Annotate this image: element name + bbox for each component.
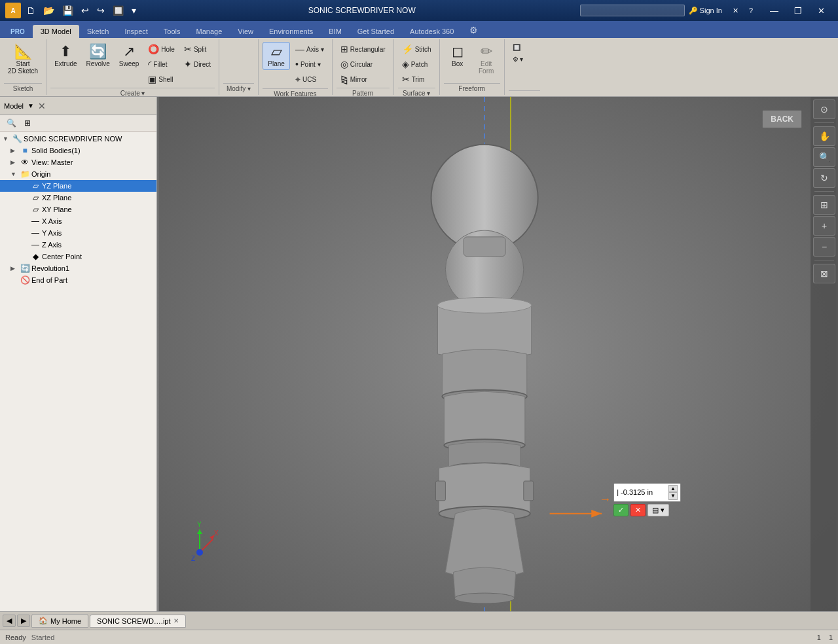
tab-sonic[interactable]: SONIC SCREWD….ipt ✕: [90, 615, 185, 628]
tab-get-started[interactable]: Get Started: [350, 25, 402, 38]
edit-form-btn[interactable]: ✏ Edit Form: [473, 42, 500, 77]
work-features-small: — Axis ▾ • Point ▾ ⌖ UCS: [291, 42, 328, 87]
tab-extra[interactable]: ⚙: [462, 22, 486, 38]
new-btn[interactable]: 🗋: [24, 4, 38, 17]
expand-btn[interactable]: ⊠: [813, 264, 835, 283]
tree-item-y-axis[interactable]: ▶ — Y Axis: [0, 227, 156, 239]
mirror-btn[interactable]: ⧎ Mirror: [337, 72, 390, 86]
trim-btn[interactable]: ✂ Trim: [398, 72, 435, 86]
expand-view[interactable]: ▶: [10, 159, 18, 166]
help-btn[interactable]: ?: [745, 5, 757, 16]
close-search-btn[interactable]: ✕: [729, 5, 742, 16]
hole-btn[interactable]: ⭕ Hole: [144, 42, 179, 56]
tree-item-x-axis[interactable]: ▶ — X Axis: [0, 215, 156, 227]
mirror-icon: ⧎: [340, 74, 348, 84]
sign-in-btn[interactable]: 🔑 Sign In: [685, 5, 726, 16]
tab-bim[interactable]: BIM: [321, 25, 350, 38]
dropdown-btn[interactable]: ▾: [129, 4, 139, 17]
tree-item-solid-bodies[interactable]: ▶ ■ Solid Bodies(1): [0, 145, 156, 156]
tab-environments[interactable]: Environments: [261, 25, 321, 38]
pattern-content: ⊞ Rectangular ◎ Circular ⧎ Mirror: [337, 41, 390, 88]
expand-solid[interactable]: ▶: [10, 147, 18, 154]
zoom-out-btn[interactable]: −: [813, 237, 835, 257]
ok-btn[interactable]: ✓: [613, 504, 628, 516]
circular-btn[interactable]: ◎ Circular: [337, 57, 390, 71]
fit-btn[interactable]: ⊞: [813, 195, 835, 215]
stitch-btn[interactable]: ⚡ Stitch: [398, 42, 435, 56]
split-btn[interactable]: ✂ Split: [180, 42, 215, 56]
tree-item-origin[interactable]: ▼ 📁 Origin: [0, 168, 156, 180]
options-btn[interactable]: ▤ ▾: [647, 504, 669, 516]
fillet-btn[interactable]: ◜ Fillet: [144, 57, 179, 71]
model-panel-close-btn[interactable]: ✕: [38, 101, 46, 111]
scroll-tabs-left-btn[interactable]: ◀: [3, 615, 16, 627]
look-at-btn[interactable]: ⊙: [813, 99, 835, 119]
sketch-group-content: 📐 Start 2D Sketch: [4, 41, 42, 83]
tree-item-xz-plane[interactable]: ▶ ▱ XZ Plane: [0, 192, 156, 204]
tree-item-center-point[interactable]: ▶ ◆ Center Point: [0, 251, 156, 262]
shell-btn[interactable]: ▣ Shell: [144, 72, 179, 86]
tab-manage[interactable]: Manage: [189, 25, 230, 38]
root-label: SONIC SCREWDRIVER NOW: [24, 135, 154, 143]
filter-btn[interactable]: 🔍: [4, 117, 19, 129]
tab-sketch[interactable]: Sketch: [79, 25, 117, 38]
tab-3d-model[interactable]: 3D Model: [33, 25, 79, 38]
tree-item-revolution1[interactable]: ▶ 🔄 Revolution1: [0, 262, 156, 274]
orbit-btn[interactable]: ↻: [813, 168, 835, 188]
tree-item-view-master[interactable]: ▶ 👁 View: Master: [0, 156, 156, 168]
ucs-btn[interactable]: ⌖ UCS: [291, 72, 328, 87]
revolve-btn[interactable]: 🔄 Revolve: [82, 42, 114, 70]
tab-my-home[interactable]: 🏠 My Home: [31, 614, 88, 628]
zoom-btn[interactable]: 🔍: [813, 147, 835, 167]
extra-btn-2[interactable]: ⚙ ▾: [509, 54, 528, 65]
tree-item-end-of-part[interactable]: ▶ 🚫 End of Part: [0, 274, 156, 286]
direct-btn[interactable]: ✦ Direct: [180, 57, 215, 71]
generic-btn[interactable]: 🔲: [110, 4, 126, 17]
ribbon-group-modify: Modify ▾: [219, 39, 259, 95]
tab-autodesk-360[interactable]: Autodesk 360: [402, 25, 462, 38]
decrement-btn[interactable]: ▼: [668, 492, 678, 500]
tree-item-z-axis[interactable]: ▶ — Z Axis: [0, 239, 156, 251]
tree-item-yz-plane[interactable]: ▶ ▱ YZ Plane: [0, 180, 156, 192]
expand-revolution[interactable]: ▶: [10, 265, 18, 272]
dimension-value-input[interactable]: [621, 488, 666, 496]
zoom-in-btn[interactable]: +: [813, 216, 835, 236]
close-window-btn[interactable]: ✕: [810, 3, 833, 18]
tree-item-xy-plane[interactable]: ▶ ▱ XY Plane: [0, 204, 156, 215]
viewport[interactable]: X Y Z → | ▲ ▼ ✓ ✕ ▤ ▾: [157, 97, 838, 611]
app-logo: A: [5, 3, 21, 18]
search-input[interactable]: [580, 5, 685, 16]
expand-origin[interactable]: ▼: [10, 171, 18, 177]
extrude-btn[interactable]: ⬆ Extrude: [50, 42, 81, 70]
maximize-btn[interactable]: ❐: [786, 3, 810, 18]
expand-root[interactable]: ▼: [3, 135, 10, 142]
open-btn[interactable]: 📂: [41, 4, 57, 17]
axis-btn[interactable]: — Axis ▾: [291, 42, 328, 56]
pattern-btns: ⊞ Rectangular ◎ Circular ⧎ Mirror: [337, 42, 390, 86]
back-button[interactable]: BACK: [762, 110, 802, 128]
tab-view[interactable]: View: [230, 25, 261, 38]
close-tab-btn[interactable]: ✕: [173, 617, 179, 624]
box-btn[interactable]: ◻ Box: [444, 42, 471, 70]
minimize-btn[interactable]: —: [762, 3, 786, 18]
save-btn[interactable]: 💾: [60, 4, 76, 17]
cancel-btn[interactable]: ✕: [630, 504, 646, 516]
rectangular-btn[interactable]: ⊞ Rectangular: [337, 42, 390, 56]
tab-inspect[interactable]: Inspect: [117, 25, 155, 38]
pan-btn[interactable]: ✋: [813, 126, 835, 146]
undo-btn[interactable]: ↩: [79, 4, 92, 17]
redo-btn[interactable]: ↪: [94, 4, 107, 17]
tab-tools[interactable]: Tools: [156, 25, 189, 38]
tree-item-root[interactable]: ▼ 🔧 SONIC SCREWDRIVER NOW: [0, 133, 156, 145]
patch-btn[interactable]: ◈ Patch: [398, 57, 435, 71]
point-btn[interactable]: • Point ▾: [291, 57, 328, 71]
plane-btn[interactable]: ▱ Plane: [263, 42, 290, 70]
split-icon: ✂: [184, 44, 192, 54]
extra-btn-1[interactable]: 🔲: [509, 42, 528, 53]
increment-btn[interactable]: ▲: [668, 485, 678, 493]
tab-pro[interactable]: PRO: [3, 26, 33, 38]
expand-all-btn[interactable]: ⊞: [22, 117, 33, 129]
sweep-btn[interactable]: ↗ Sweep: [115, 42, 143, 70]
scroll-tabs-right-btn[interactable]: ▶: [17, 615, 30, 627]
start-2d-sketch-btn[interactable]: 📐 Start 2D Sketch: [4, 42, 42, 77]
